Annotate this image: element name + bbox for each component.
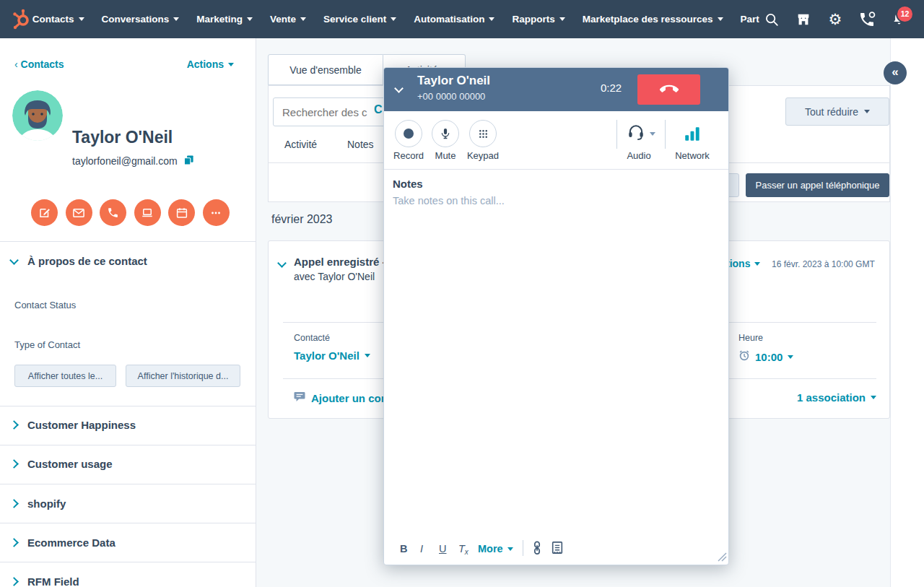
avatar <box>12 90 63 144</box>
call-widget-header: Taylor O'neil +00 0000 00000 0:22 <box>384 68 728 111</box>
alarm-clock-icon <box>738 349 750 364</box>
call-notes-editor[interactable]: Take notes on this call... <box>393 195 710 527</box>
tab-overview[interactable]: Vue d'ensemble <box>268 54 383 85</box>
chevron-down-icon <box>718 17 723 21</box>
time-label: Heure <box>738 333 763 343</box>
nav-conversations[interactable]: Conversations <box>93 14 188 25</box>
chevron-down-icon <box>300 17 306 21</box>
collapse-panel-button[interactable]: « <box>884 61 907 84</box>
chevron-right-icon <box>9 538 19 547</box>
chevron-down-icon <box>871 396 876 399</box>
nav-contacts[interactable]: Contacts <box>24 14 93 25</box>
hang-up-phone-icon <box>660 80 679 99</box>
send-email-button[interactable] <box>66 199 92 226</box>
associations-dropdown[interactable]: 1 association <box>709 391 876 404</box>
link-icon <box>531 541 544 555</box>
chevron-down-icon[interactable] <box>277 258 287 268</box>
calls-icon[interactable] <box>855 7 879 32</box>
bold-button[interactable]: B <box>400 543 407 555</box>
collapse-all-button[interactable]: Tout réduire <box>785 97 889 126</box>
calendar-icon <box>175 206 188 219</box>
chevron-down-icon <box>79 17 84 21</box>
nav-rapports[interactable]: Rapports <box>503 14 573 25</box>
contacted-value-dropdown[interactable]: Taylor O'Neil <box>294 349 370 362</box>
nav-vente[interactable]: Vente <box>261 14 315 25</box>
hang-up-button[interactable] <box>637 74 700 105</box>
subtab-activity[interactable]: Activité <box>284 139 317 150</box>
chevron-down-icon <box>650 132 655 136</box>
clear-formatting-button[interactable]: Tx <box>458 543 468 556</box>
search-fragment-text: C <box>374 103 383 116</box>
nav-service-client[interactable]: Service client <box>315 14 405 25</box>
subtab-notes[interactable]: Notes <box>347 139 374 150</box>
call-timer: 0:22 <box>601 82 622 94</box>
marketplace-icon[interactable] <box>791 7 816 32</box>
network-quality-indicator[interactable] <box>683 124 702 146</box>
nav-partenaires[interactable]: Parten <box>732 14 759 25</box>
top-navigation: Contacts Conversations Marketing Vente S… <box>0 0 924 38</box>
call-card-title: Appel enregistré - <box>294 256 386 268</box>
nav-marketplace[interactable]: Marketplace des ressources <box>574 14 732 25</box>
record-button[interactable] <box>395 120 422 147</box>
mute-button[interactable] <box>432 120 459 147</box>
insert-link-button[interactable] <box>531 541 544 558</box>
keypad-label[interactable]: Keypad <box>460 150 506 161</box>
add-comment-link[interactable]: Ajouter un com <box>294 391 391 405</box>
notifications-bell-icon[interactable]: 12 <box>886 7 911 32</box>
divider <box>523 540 523 556</box>
audio-settings-dropdown[interactable] <box>627 123 655 144</box>
chevron-down-icon <box>247 17 253 21</box>
contacted-label: Contacté <box>294 333 330 343</box>
settings-gear-icon[interactable]: ⚙ <box>823 7 847 32</box>
month-header: février 2023 <box>271 213 333 226</box>
about-section-header[interactable]: À propos de ce contact <box>11 255 147 267</box>
section-rfm-field[interactable]: RFM Field <box>11 575 79 587</box>
copy-icon[interactable] <box>183 155 194 168</box>
divider <box>0 406 256 406</box>
nav-automatisation[interactable]: Automatisation <box>405 14 503 25</box>
actions-dropdown[interactable]: Actions <box>187 58 234 70</box>
network-label[interactable]: Network <box>670 150 715 161</box>
note-icon <box>38 206 51 219</box>
breadcrumb[interactable]: ‹ Contacts <box>14 58 64 70</box>
ellipsis-icon <box>209 206 222 219</box>
create-note-button[interactable] <box>31 199 58 226</box>
minimize-call-chevron-icon[interactable] <box>394 84 404 93</box>
section-customer-usage[interactable]: Customer usage <box>11 458 113 470</box>
show-all-properties-button[interactable]: Afficher toutes le... <box>14 365 116 387</box>
more-actions-button[interactable] <box>203 199 230 226</box>
underline-button[interactable]: U <box>439 543 446 555</box>
hubspot-logo-icon[interactable] <box>10 8 32 32</box>
audio-label[interactable]: Audio <box>616 150 661 161</box>
divider <box>0 562 256 562</box>
italic-button[interactable]: I <box>420 543 423 555</box>
contact-name: Taylor O'Neil <box>72 128 173 147</box>
create-task-button[interactable] <box>134 199 161 226</box>
show-property-history-button[interactable]: Afficher l'historique d... <box>126 365 240 387</box>
signal-bars-icon <box>683 133 702 145</box>
chevron-right-icon <box>9 499 19 508</box>
notification-count-badge: 12 <box>896 5 914 23</box>
section-ecommerce-data[interactable]: Ecommerce Data <box>11 536 116 549</box>
resize-handle[interactable] <box>718 552 727 565</box>
make-phone-call-button[interactable]: Passer un appel téléphonique <box>746 173 889 197</box>
schedule-meeting-button[interactable] <box>168 199 195 226</box>
chevron-down-icon <box>864 110 870 113</box>
section-shopify[interactable]: shopify <box>11 497 66 510</box>
divider <box>384 169 728 170</box>
time-value-dropdown[interactable]: 10:00 <box>738 349 793 364</box>
keypad-button[interactable] <box>469 120 497 147</box>
more-formatting-dropdown[interactable]: More <box>478 543 513 555</box>
section-customer-happiness[interactable]: Customer Happiness <box>11 419 136 431</box>
call-button[interactable] <box>100 199 126 226</box>
insert-snippet-button[interactable] <box>551 541 564 558</box>
search-icon[interactable] <box>759 7 784 32</box>
call-widget: Taylor O'neil +00 0000 00000 0:22 Record… <box>383 67 729 565</box>
nav-marketing[interactable]: Marketing <box>188 14 261 25</box>
card-actions-dropdown[interactable]: tions <box>726 258 760 269</box>
divider <box>616 120 617 149</box>
chevron-down-icon <box>559 17 565 21</box>
chevron-down-icon <box>365 354 370 357</box>
call-phone-number: +00 0000 00000 <box>417 91 485 102</box>
chevron-down-icon <box>173 17 179 21</box>
